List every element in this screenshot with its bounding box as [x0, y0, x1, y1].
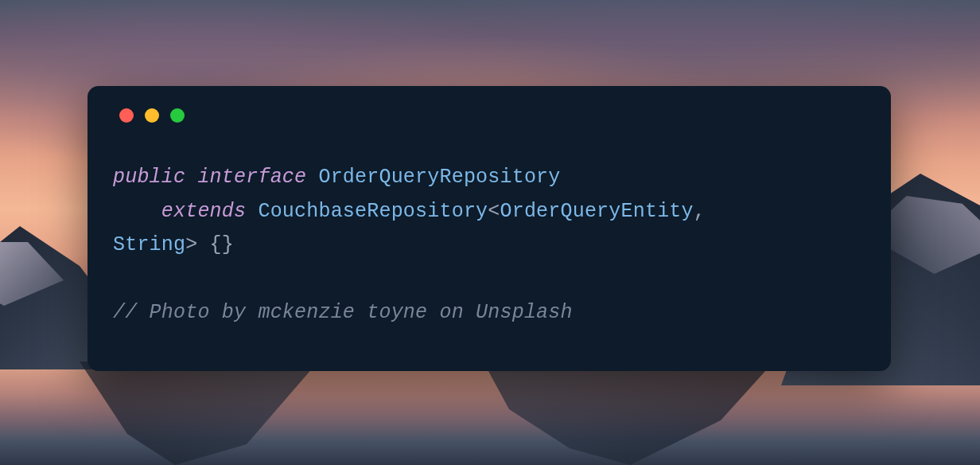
- generic-param-1: OrderQueryEntity: [500, 200, 694, 223]
- blank-line: [113, 263, 865, 296]
- code-window: public interface OrderQueryRepository ex…: [88, 86, 891, 371]
- close-icon[interactable]: [119, 108, 134, 123]
- parent-type: CouchbaseRepository: [258, 200, 488, 223]
- keyword-extends: extends: [161, 200, 246, 223]
- window-controls: [113, 108, 865, 123]
- keyword-interface: interface: [197, 166, 306, 189]
- minimize-icon[interactable]: [145, 108, 159, 123]
- maximize-icon[interactable]: [170, 108, 185, 123]
- class-name: OrderQueryRepository: [318, 166, 560, 189]
- code-comment: // Photo by mckenzie toyne on Unsplash: [113, 301, 573, 324]
- keyword-public: public: [113, 166, 185, 189]
- generic-param-2: String: [113, 233, 185, 256]
- code-editor: public interface OrderQueryRepository ex…: [113, 161, 865, 330]
